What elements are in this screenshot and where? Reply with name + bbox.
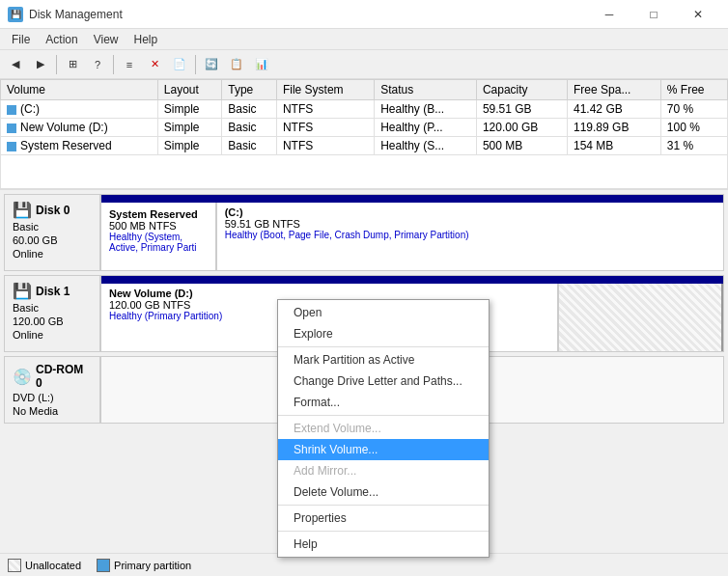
col-percentfree: % Free — [660, 80, 727, 100]
ctx-sep4 — [278, 531, 489, 532]
ctx-explore[interactable]: Explore — [278, 323, 489, 344]
disk-icon: 💾 — [13, 201, 32, 219]
ctx-add-mirror: Add Mirror... — [278, 460, 489, 481]
vol-layout: Simple — [157, 137, 221, 155]
vol-capacity: 120.00 GB — [476, 119, 567, 137]
ctx-mark-active[interactable]: Mark Partition as Active — [278, 349, 489, 370]
ctx-sep2 — [278, 415, 489, 416]
volume-table-container: Volume Layout Type File System Status Ca… — [0, 79, 728, 190]
disk1-icon: 💾 — [13, 282, 32, 300]
disk0-label: 💾 Disk 0 Basic 60.00 GB Online — [4, 194, 100, 271]
close-button[interactable]: ✕ — [676, 0, 720, 29]
disk0-name: Disk 0 — [36, 204, 70, 217]
toolbar-help[interactable]: ? — [86, 54, 109, 75]
disk0-size: 60.00 GB — [13, 234, 92, 246]
window-controls: ─ □ ✕ — [587, 0, 720, 29]
toolbar-btn7[interactable]: 📋 — [225, 54, 248, 75]
toolbar-properties[interactable]: ⊞ — [61, 54, 84, 75]
vol-capacity: 500 MB — [476, 137, 567, 155]
vol-name: New Volume (D:) — [1, 119, 158, 137]
table-row[interactable]: System Reserved Simple Basic NTFS Health… — [1, 137, 728, 155]
legend-primary-label: Primary partition — [114, 560, 191, 571]
vol-free: 41.42 GB — [568, 100, 661, 119]
legend-unallocated: Unallocated — [8, 559, 81, 572]
vol-type: Basic — [222, 137, 277, 155]
ctx-sep3 — [278, 505, 489, 506]
toolbar-btn5[interactable]: 📄 — [168, 54, 191, 75]
menu-file[interactable]: File — [4, 31, 38, 48]
disk1-status: Online — [13, 329, 92, 341]
title-bar-left: 💾 Disk Management — [8, 7, 123, 22]
toolbar: ◀ ▶ ⊞ ? ≡ ✕ 📄 🔄 📋 📊 — [0, 50, 728, 79]
toolbar-back[interactable]: ◀ — [4, 54, 27, 75]
vol-pct: 31 % — [660, 137, 727, 155]
partition-c-size: 59.51 GB NTFS — [225, 218, 715, 230]
partition-c-name: (C:) — [225, 206, 715, 218]
col-freespace: Free Spa... — [568, 80, 661, 100]
col-capacity: Capacity — [476, 80, 567, 100]
vol-fs: NTFS — [276, 100, 374, 119]
cdrom-name: CD-ROM 0 — [36, 363, 92, 390]
toolbar-btn4[interactable]: ✕ — [143, 54, 166, 75]
partition-d-name: New Volume (D:) — [109, 288, 549, 299]
toolbar-btn6[interactable]: 🔄 — [200, 54, 223, 75]
vol-pct: 100 % — [660, 119, 727, 137]
menu-view[interactable]: View — [86, 31, 126, 48]
col-layout: Layout — [157, 80, 221, 100]
disk1-size: 120.00 GB — [13, 315, 92, 327]
vol-pct: 70 % — [660, 100, 727, 119]
table-row-empty — [1, 155, 728, 191]
ctx-delete[interactable]: Delete Volume... — [278, 481, 489, 503]
table-row[interactable]: (C:) Simple Basic NTFS Healthy (B... 59.… — [1, 100, 728, 119]
partition-sys-health: Healthy (System, Active, Primary Parti — [109, 232, 208, 253]
ctx-help[interactable]: Help — [278, 534, 489, 555]
ctx-open[interactable]: Open — [278, 302, 489, 323]
disk0-status: Online — [13, 248, 92, 260]
minimize-button[interactable]: ─ — [587, 0, 631, 29]
menu-action[interactable]: Action — [38, 31, 85, 48]
partition-c-health: Healthy (Boot, Page File, Crash Dump, Pr… — [225, 230, 715, 240]
vol-fs: NTFS — [276, 137, 374, 155]
menu-help[interactable]: Help — [126, 31, 166, 48]
vol-fs: NTFS — [276, 119, 374, 137]
col-fs: File System — [276, 80, 374, 100]
disk1-name: Disk 1 — [36, 285, 70, 298]
table-row[interactable]: New Volume (D:) Simple Basic NTFS Health… — [1, 119, 728, 137]
menu-bar: File Action View Help — [0, 29, 728, 50]
legend-primary-box — [97, 559, 110, 572]
partition-c[interactable]: (C:) 59.51 GB NTFS Healthy (Boot, Page F… — [217, 203, 723, 270]
ctx-extend: Extend Volume... — [278, 418, 489, 439]
ctx-format[interactable]: Format... — [278, 392, 489, 413]
window-title: Disk Management — [29, 8, 123, 21]
partition-system-reserved[interactable]: System Reserved 500 MB NTFS Healthy (Sys… — [101, 203, 217, 270]
ctx-change-letter[interactable]: Change Drive Letter and Paths... — [278, 370, 489, 392]
vol-type: Basic — [222, 119, 277, 137]
vol-name: System Reserved — [1, 137, 158, 155]
toolbar-forward[interactable]: ▶ — [29, 54, 52, 75]
disk0-type: Basic — [13, 221, 92, 233]
vol-free: 119.89 GB — [568, 119, 661, 137]
disk0-row: 💾 Disk 0 Basic 60.00 GB Online System Re… — [4, 194, 724, 271]
ctx-properties[interactable]: Properties — [278, 507, 489, 529]
ctx-sep1 — [278, 346, 489, 347]
cdrom-icon: 💿 — [13, 368, 32, 386]
col-type: Type — [222, 80, 277, 100]
maximize-button[interactable]: □ — [631, 0, 676, 29]
legend-primary: Primary partition — [97, 559, 191, 572]
disk1-type: Basic — [13, 302, 92, 314]
ctx-shrink[interactable]: Shrink Volume... — [278, 439, 489, 460]
context-menu: Open Explore Mark Partition as Active Ch… — [277, 299, 490, 558]
volume-table: Volume Layout Type File System Status Ca… — [0, 79, 728, 190]
vol-status: Healthy (B... — [375, 100, 477, 119]
cdrom-type: DVD (L:) — [13, 392, 92, 403]
vol-free: 154 MB — [568, 137, 661, 155]
vol-layout: Simple — [157, 100, 221, 119]
partition-unallocated — [559, 284, 723, 351]
app-icon: 💾 — [8, 7, 23, 22]
toolbar-sep-3 — [195, 55, 196, 74]
toolbar-btn8[interactable]: 📊 — [250, 54, 273, 75]
title-bar: 💾 Disk Management ─ □ ✕ — [0, 0, 728, 29]
vol-status: Healthy (P... — [375, 119, 477, 137]
toolbar-sep-1 — [56, 55, 57, 74]
toolbar-btn3[interactable]: ≡ — [118, 54, 141, 75]
